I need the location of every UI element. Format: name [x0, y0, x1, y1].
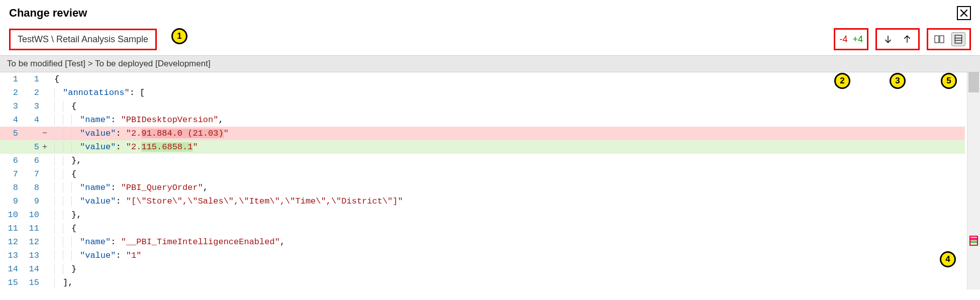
diff-line[interactable]: 88"name": "PBI_QueryOrder",	[0, 181, 965, 194]
arrow-up-icon	[903, 35, 912, 44]
gutter-left: 13	[0, 249, 21, 262]
diff-nav-group	[875, 28, 920, 50]
callout-4: 4	[940, 251, 956, 267]
diff-line[interactable]: 1212"name": "__PBI_TimeIntelligenceEnabl…	[0, 235, 965, 249]
diff-line[interactable]: 5+"value": "2.115.6858.1"	[0, 140, 965, 154]
gutter-right: 12	[21, 235, 42, 249]
gutter-sign	[42, 262, 51, 276]
callout-5: 5	[941, 73, 957, 89]
gutter-right	[21, 127, 42, 140]
gutter-left: 10	[0, 208, 21, 222]
gutter-sign	[42, 235, 51, 249]
breadcrumb: TestWS \ Retail Analysis Sample	[9, 29, 157, 50]
gutter-right: 4	[21, 113, 42, 127]
vertical-scrollbar[interactable]	[967, 72, 980, 289]
code-content: "value": "2.115.6858.1"	[51, 140, 965, 154]
gutter-right: 2	[21, 86, 42, 99]
diff-line[interactable]: 99"value": "[\"Store\",\"Sales\",\"Item\…	[0, 194, 965, 208]
gutter-left: 8	[0, 181, 21, 194]
code-content: {	[51, 222, 965, 235]
code-content: {	[51, 167, 965, 181]
gutter-sign	[42, 208, 51, 222]
code-content: "value": "[\"Store\",\"Sales\",\"Item\",…	[51, 194, 965, 208]
arrow-down-icon	[884, 35, 893, 44]
gutter-sign	[42, 86, 51, 99]
diff-line[interactable]: 1111{	[0, 222, 965, 235]
diff-line[interactable]: 66},	[0, 154, 965, 167]
inline-icon	[954, 35, 962, 44]
gutter-left: 7	[0, 167, 21, 181]
gutter-left: 1	[0, 72, 21, 86]
gutter-left: 9	[0, 194, 21, 208]
gutter-left: 12	[0, 235, 21, 249]
diff-line[interactable]: 1414}	[0, 262, 965, 276]
gutter-right: 13	[21, 249, 42, 262]
gutter-right: 14	[21, 262, 42, 276]
diff-line[interactable]: 1313"value": "1"	[0, 249, 965, 262]
side-by-side-icon	[934, 35, 944, 44]
gutter-sign	[42, 249, 51, 262]
gutter-sign	[42, 222, 51, 235]
code-content: "value": "2.91.884.0 (21.03)"	[51, 127, 965, 140]
code-content: },	[51, 208, 965, 222]
gutter-left: 11	[0, 222, 21, 235]
diff-subheader[interactable]: To be modified [Test] > To be deployed […	[0, 55, 980, 72]
inline-button[interactable]	[951, 32, 965, 46]
diff-count-group: -4 +4	[834, 28, 868, 50]
diff-line[interactable]: 22"annotations": [	[0, 86, 965, 99]
svg-rect-0	[935, 36, 939, 43]
gutter-left: 2	[0, 86, 21, 99]
diff-line[interactable]: 5−"value": "2.91.884.0 (21.03)"	[0, 127, 965, 140]
gutter-sign	[42, 167, 51, 181]
code-content: "annotations": [	[51, 86, 965, 99]
gutter-right: 1	[21, 72, 42, 86]
prev-diff-button[interactable]	[900, 32, 914, 46]
overview-change-marker[interactable]	[969, 236, 978, 246]
gutter-right: 15	[21, 276, 42, 289]
gutter-right: 10	[21, 208, 42, 222]
page-title: Change review	[9, 7, 87, 20]
gutter-right: 5	[21, 140, 42, 154]
code-content: },	[51, 154, 965, 167]
gutter-sign	[42, 154, 51, 167]
gutter-left: 14	[0, 262, 21, 276]
gutter-left: 6	[0, 154, 21, 167]
gutter-sign	[42, 72, 51, 86]
gutter-left: 4	[0, 113, 21, 127]
diff-line[interactable]: 33{	[0, 99, 965, 113]
code-content: {	[51, 72, 965, 86]
diff-line[interactable]: 44"name": "PBIDesktopVersion",	[0, 113, 965, 127]
callout-1: 1	[171, 28, 187, 44]
svg-rect-2	[955, 35, 962, 43]
callout-3: 3	[890, 73, 906, 89]
gutter-right: 11	[21, 222, 42, 235]
gutter-right: 6	[21, 154, 42, 167]
side-by-side-button[interactable]	[932, 32, 946, 46]
gutter-right: 9	[21, 194, 42, 208]
code-content: {	[51, 99, 965, 113]
gutter-sign	[42, 113, 51, 127]
gutter-left: 15	[0, 276, 21, 289]
next-diff-button[interactable]	[881, 32, 895, 46]
code-content: "name": "PBIDesktopVersion",	[51, 113, 965, 127]
diff-line[interactable]: 11{	[0, 72, 965, 86]
close-button[interactable]	[957, 6, 971, 20]
close-icon	[959, 9, 968, 18]
gutter-right: 7	[21, 167, 42, 181]
diff-line[interactable]: 77{	[0, 167, 965, 181]
callout-2: 2	[834, 73, 850, 89]
added-count: +4	[852, 34, 863, 45]
removed-count: -4	[839, 34, 847, 45]
gutter-left	[0, 140, 21, 154]
scrollbar-thumb[interactable]	[968, 72, 979, 92]
diff-line[interactable]: 1010},	[0, 208, 965, 222]
code-content: "name": "PBI_QueryOrder",	[51, 181, 965, 194]
code-content: "name": "__PBI_TimeIntelligenceEnabled",	[51, 235, 965, 249]
gutter-sign: +	[42, 140, 51, 154]
gutter-sign: −	[42, 127, 51, 140]
diff-line[interactable]: 1515],	[0, 276, 965, 289]
code-content: ],	[51, 276, 965, 289]
view-mode-group	[927, 28, 971, 50]
gutter-right: 3	[21, 99, 42, 113]
diff-viewer[interactable]: 11{22"annotations": [33{44"name": "PBIDe…	[0, 72, 965, 289]
